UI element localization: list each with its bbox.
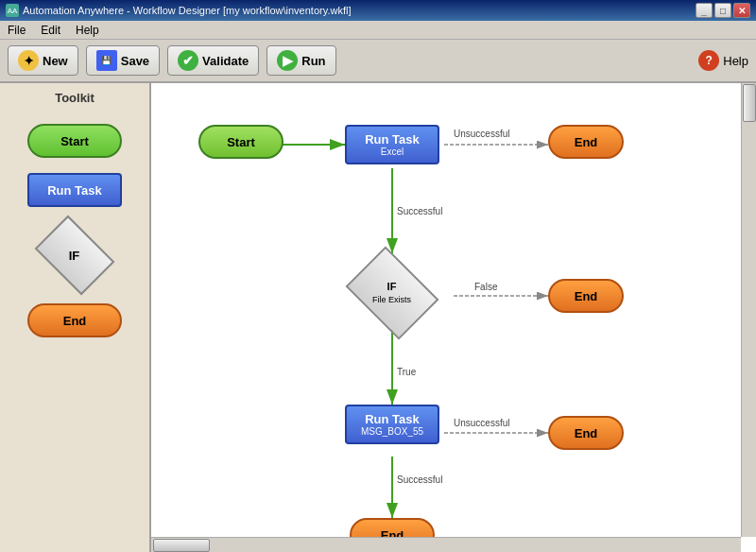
flow-if-node[interactable]: IF File Exists xyxy=(345,255,439,331)
flow-end-2-node[interactable]: End xyxy=(548,279,624,313)
toolkit-start[interactable]: Start xyxy=(27,124,122,158)
maximize-button[interactable]: □ xyxy=(714,3,731,18)
app-icon: AA xyxy=(6,4,19,17)
menu-file[interactable]: File xyxy=(4,23,29,38)
window-controls[interactable]: _ □ ✕ xyxy=(696,3,750,18)
new-button[interactable]: ✦ New xyxy=(8,45,78,76)
label-unsuccessful-1: Unsuccessful xyxy=(454,129,509,139)
canvas-area: Start Run Task Excel Unsuccessful End Su… xyxy=(151,83,756,552)
run-icon: ▶ xyxy=(277,50,298,71)
window-title: Automation Anywhere - Workflow Designer … xyxy=(23,5,351,16)
flow-start-label: Start xyxy=(227,135,255,149)
run-label: Run xyxy=(301,54,325,68)
save-button[interactable]: 💾 Save xyxy=(86,45,160,76)
toolkit-if[interactable]: IF xyxy=(35,216,115,296)
save-label: Save xyxy=(121,54,149,68)
v-scroll-thumb[interactable] xyxy=(743,84,756,122)
validate-label: Validate xyxy=(202,54,249,68)
label-false: False xyxy=(474,282,497,292)
flow-end-2-label: End xyxy=(575,289,598,303)
main-area: Toolkit Start Run Task IF End xyxy=(0,83,756,552)
validate-icon: ✔ xyxy=(178,50,198,71)
toolbar: ✦ New 💾 Save ✔ Validate ▶ Run ? Help xyxy=(0,40,756,83)
new-label: New xyxy=(43,54,68,68)
run-button[interactable]: ▶ Run xyxy=(266,45,335,76)
flow-run-task-1-label: Run Task xyxy=(365,132,420,147)
new-icon: ✦ xyxy=(18,50,39,71)
toolkit-title: Toolkit xyxy=(55,91,94,105)
menu-edit[interactable]: Edit xyxy=(37,23,64,38)
menu-bar: File Edit Help xyxy=(0,21,756,40)
toolkit-run-task[interactable]: Run Task xyxy=(27,173,122,207)
if-label: IF File Exists xyxy=(372,281,411,305)
menu-help[interactable]: Help xyxy=(72,23,103,38)
flow-run-task-2-sub: MSG_BOX_55 xyxy=(361,426,423,437)
toolkit-if-label: IF xyxy=(69,249,80,263)
flow-run-task-1-node[interactable]: Run Task Excel xyxy=(345,125,439,164)
flow-end-3-label: End xyxy=(575,426,598,440)
toolkit-end[interactable]: End xyxy=(27,303,122,337)
h-scroll-thumb[interactable] xyxy=(153,539,210,552)
flow-end-1-node[interactable]: End xyxy=(548,125,624,159)
canvas-scroll[interactable]: Start Run Task Excel Unsuccessful End Su… xyxy=(151,83,756,552)
minimize-button[interactable]: _ xyxy=(696,3,713,18)
help-button[interactable]: ? Help xyxy=(698,50,748,71)
validate-button[interactable]: ✔ Validate xyxy=(167,45,259,76)
label-successful-2: Successful xyxy=(397,474,442,485)
close-button[interactable]: ✕ xyxy=(733,3,750,18)
flow-end-3-node[interactable]: End xyxy=(548,416,624,450)
flow-run-task-1-sub: Excel xyxy=(381,147,404,157)
flow-start-node[interactable]: Start xyxy=(198,125,284,159)
save-icon: 💾 xyxy=(96,50,117,71)
flow-run-task-2-node[interactable]: Run Task MSG_BOX_55 xyxy=(345,405,439,444)
flow-end-1-label: End xyxy=(575,135,598,149)
toolkit-panel: Toolkit Start Run Task IF End xyxy=(0,83,151,552)
label-unsuccessful-2: Unsuccessful xyxy=(454,418,509,428)
flow-run-task-2-label: Run Task xyxy=(365,412,420,426)
canvas-inner: Start Run Task Excel Unsuccessful End Su… xyxy=(151,83,737,552)
help-icon: ? xyxy=(698,50,719,71)
label-true: True xyxy=(397,367,416,377)
title-bar: AA Automation Anywhere - Workflow Design… xyxy=(0,0,756,21)
vertical-scrollbar[interactable] xyxy=(741,83,756,537)
if-diamond: IF File Exists xyxy=(346,247,439,340)
label-successful-1: Successful xyxy=(397,206,442,216)
horizontal-scrollbar[interactable] xyxy=(151,537,741,552)
title-bar-left: AA Automation Anywhere - Workflow Design… xyxy=(6,4,351,17)
help-label: Help xyxy=(723,54,748,68)
